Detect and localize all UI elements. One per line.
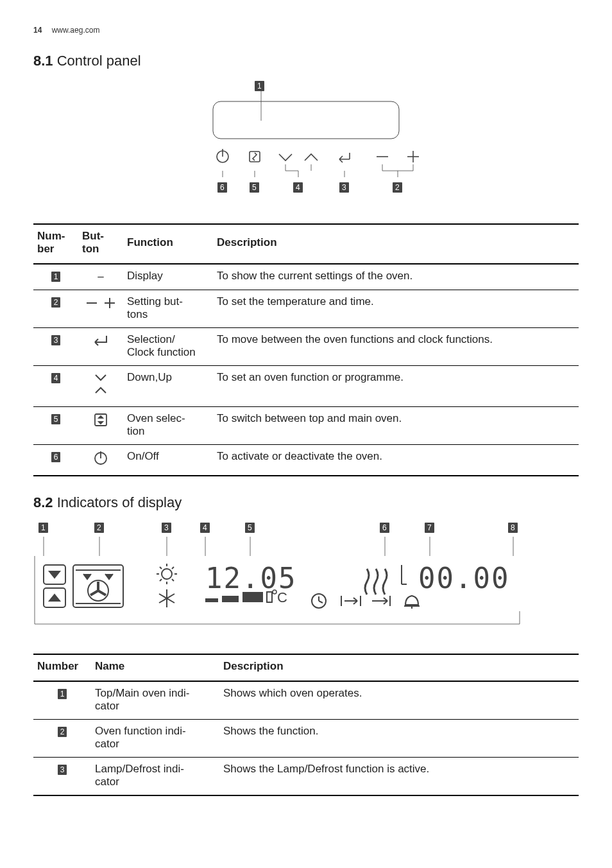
display-indicators-diagram: 1 2 3 4 5 6 7 8 — [33, 523, 521, 639]
row-description: To show the current settings of the oven… — [213, 264, 579, 290]
th-description: Description — [213, 224, 579, 264]
display-duration-text: 00.00 — [418, 562, 509, 595]
svg-rect-47 — [242, 592, 263, 602]
section-81-title: Control panel — [57, 53, 141, 69]
diagram2-callout-3: 3 — [162, 523, 171, 533]
row-name: Oven function indi- cator — [91, 719, 219, 757]
svg-rect-46 — [222, 596, 239, 602]
table-row: 5Oven selec- tionTo switch between top a… — [33, 406, 579, 444]
diagram2-callout-5: 5 — [245, 523, 255, 533]
control-panel-table: Num- ber But- ton Function Description 1… — [33, 223, 579, 476]
row-number-badge: 1 — [58, 689, 67, 699]
button-icon — [93, 371, 108, 400]
svg-text:C: C — [277, 589, 287, 605]
row-number-badge: 1 — [51, 272, 61, 282]
row-description: Shows the function. — [219, 719, 579, 757]
diagram2-callout-8: 8 — [508, 523, 518, 533]
diagram1-callout-5: 5 — [250, 182, 259, 193]
diagram2-callout-4: 4 — [200, 523, 210, 533]
control-panel-diagram: 1 2 3 4 5 6 — [139, 81, 473, 209]
section-82-num: 8.2 — [33, 494, 53, 510]
row-number-badge: 4 — [51, 373, 61, 383]
row-description: To activate or deactivate the oven. — [213, 444, 579, 476]
page-number: 14 — [33, 26, 42, 35]
row-description: To set an oven function or programme. — [213, 365, 579, 406]
section-82-title: Indicators of display — [57, 494, 182, 510]
row-description: To set the temperature and time. — [213, 290, 579, 327]
page-header: 14 www.aeg.com — [33, 26, 579, 35]
th2-description: Description — [219, 654, 579, 681]
row-function: Setting but- tons — [123, 290, 213, 327]
table-row: 3Lamp/Defrost indi- catorShows the Lamp/… — [33, 757, 579, 795]
button-icon: – — [98, 270, 103, 283]
section-81-num: 8.1 — [33, 53, 53, 69]
row-number-badge: 3 — [51, 335, 61, 345]
table-row: 2Setting but- tonsTo set the temperature… — [33, 290, 579, 327]
diagram2-callout-7: 7 — [425, 523, 434, 533]
th-function: Function — [123, 224, 213, 264]
th-button: But- ton — [78, 224, 123, 264]
row-number-badge: 2 — [58, 727, 67, 737]
row-number-badge: 6 — [51, 452, 61, 462]
svg-rect-45 — [205, 598, 218, 602]
diagram1-callout-4: 4 — [293, 182, 303, 193]
diagram1-callout-3: 3 — [339, 182, 349, 193]
table-row: 4Down,UpTo set an oven function or progr… — [33, 365, 579, 406]
diagram2-callout-1: 1 — [38, 523, 48, 533]
row-description: To move between the oven functions and c… — [213, 327, 579, 365]
table-row: 2Oven function indi- catorShows the func… — [33, 719, 579, 757]
row-function: Selection/ Clock function — [123, 327, 213, 365]
svg-line-39 — [172, 579, 174, 581]
diagram1-callout-6: 6 — [217, 182, 227, 193]
button-icon — [93, 412, 108, 431]
row-function: Oven selec- tion — [123, 406, 213, 444]
table-row: 3Selection/ Clock functionTo move betwee… — [33, 327, 579, 365]
svg-line-38 — [160, 567, 162, 569]
site-url: www.aeg.com — [52, 26, 100, 35]
row-number-badge: 5 — [51, 414, 61, 424]
table-row: 1–DisplayTo show the current settings of… — [33, 264, 579, 290]
row-function: On/Off — [123, 444, 213, 476]
diagram2-callout-2: 2 — [94, 523, 104, 533]
row-function: Display — [123, 264, 213, 290]
row-description: Shows which oven operates. — [219, 681, 579, 720]
diagram1-callout-1: 1 — [255, 81, 264, 91]
row-name: Top/Main oven indi- cator — [91, 681, 219, 720]
display-indicators-table: Number Name Description 1Top/Main oven i… — [33, 654, 579, 796]
svg-line-40 — [160, 579, 162, 581]
row-number-badge: 3 — [58, 765, 67, 775]
row-name: Lamp/Defrost indi- cator — [91, 757, 219, 795]
svg-line-41 — [172, 567, 174, 569]
th2-name: Name — [91, 654, 219, 681]
th-number: Num- ber — [33, 224, 78, 264]
row-description: To switch between top and main oven. — [213, 406, 579, 444]
section-81-heading: 8.1 Control panel — [33, 53, 579, 69]
section-82-heading: 8.2 Indicators of display — [33, 494, 579, 511]
row-function: Down,Up — [123, 365, 213, 406]
table-row: 6On/OffTo activate or deactivate the ove… — [33, 444, 579, 476]
button-icon — [93, 450, 108, 469]
svg-point-33 — [162, 569, 172, 579]
button-icon — [91, 333, 110, 352]
button-icon — [85, 295, 116, 314]
row-number-badge: 2 — [51, 297, 61, 308]
table-row: 1Top/Main oven indi- catorShows which ov… — [33, 681, 579, 720]
row-description: Shows the Lamp/Defrost function is activ… — [219, 757, 579, 795]
diagram2-callout-6: 6 — [380, 523, 389, 533]
th2-number: Number — [33, 654, 91, 681]
diagram1-callout-2: 2 — [393, 182, 402, 193]
svg-rect-0 — [213, 101, 399, 139]
